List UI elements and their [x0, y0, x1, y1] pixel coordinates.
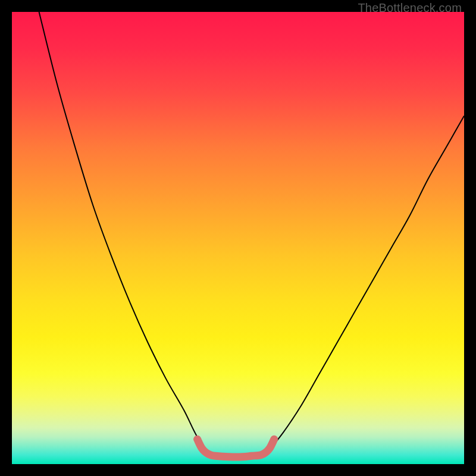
- plot-area: [12, 12, 464, 464]
- curves-svg: [12, 12, 464, 464]
- chart-container: TheBottleneck.com: [0, 0, 476, 476]
- trough-highlight: [198, 439, 274, 457]
- right-curve: [265, 116, 464, 455]
- left-curve: [39, 12, 211, 455]
